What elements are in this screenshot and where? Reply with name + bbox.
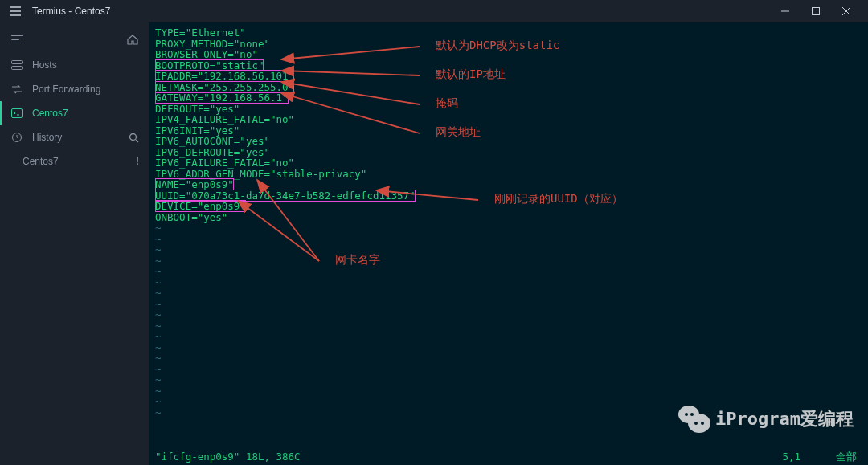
- menu-icon[interactable]: [6, 6, 24, 16]
- terminal-line: NETMASK="255.255.255.0": [155, 82, 868, 93]
- terminal-line: IPV4_FAILURE_FATAL="no": [155, 114, 868, 125]
- terminal-line: IPV6_AUTOCONF="yes": [155, 136, 868, 147]
- app-title: Termius - Centos7: [32, 6, 110, 17]
- sidebar-item-centos7[interactable]: Centos7: [0, 101, 149, 125]
- window-maximize-button[interactable]: [800, 0, 831, 22]
- terminal-empty-line: ~: [155, 222, 868, 234]
- sidebar-item-label: Centos7: [23, 156, 59, 167]
- titlebar: Termius - Centos7: [0, 0, 868, 22]
- terminal-empty-line: ~: [155, 309, 868, 320]
- terminal-empty-line: ~: [155, 244, 868, 255]
- annotation-label: 网卡名字: [335, 255, 380, 266]
- terminal-line: BOOTPROTO="static": [155, 60, 868, 71]
- status-pos: 5,1: [782, 451, 800, 463]
- terminal-empty-line: ~: [155, 353, 868, 364]
- annotation-label: 网关地址: [436, 127, 481, 138]
- sidebar-item-label: History: [32, 132, 62, 143]
- terminal-empty-line: ~: [155, 320, 868, 332]
- status-file: "ifcfg-enp0s9" 18L, 386C: [155, 451, 301, 463]
- terminal-empty-line: ~: [155, 299, 868, 310]
- wechat-icon: [677, 406, 709, 433]
- search-icon[interactable]: [129, 133, 139, 143]
- terminal[interactable]: TYPE="Ethernet"PROXY_METHOD="none"BROWSE…: [149, 22, 868, 465]
- status-mode: 全部: [825, 451, 857, 463]
- terminal-empty-line: ~: [155, 385, 868, 397]
- sidebar-top: [0, 26, 149, 53]
- svg-rect-3: [12, 109, 23, 118]
- terminal-empty-line: ~: [155, 331, 868, 342]
- terminal-empty-line: ~: [155, 374, 868, 385]
- terminal-line: ONBOOT="yes": [155, 212, 868, 223]
- terminal-empty-line: ~: [155, 255, 868, 267]
- sidebar-item-label: Centos7: [32, 108, 68, 119]
- body: Hosts Port Forwarding Centos7 History: [0, 22, 868, 465]
- terminal-line: IPV6_FAILURE_FATAL="no": [155, 157, 868, 169]
- terminal-icon: [10, 108, 24, 118]
- svg-rect-1: [12, 61, 23, 64]
- svg-point-5: [130, 133, 137, 140]
- sidebar-item-port-forwarding[interactable]: Port Forwarding: [0, 77, 149, 101]
- sidebar-item-label: Hosts: [32, 59, 57, 71]
- terminal-line: NAME="enp0s9": [155, 179, 868, 190]
- home-icon[interactable]: [126, 34, 139, 45]
- vim-statusbar: "ifcfg-enp0s9" 18L, 386C 5,1 全部: [149, 451, 868, 463]
- sidebar-collapse-icon[interactable]: [11, 35, 23, 44]
- terminal-line: IPV6_DEFROUTE="yes": [155, 147, 868, 158]
- sidebar-item-history[interactable]: History: [0, 125, 149, 149]
- terminal-empty-line: ~: [155, 266, 868, 277]
- terminal-empty-line: ~: [155, 342, 868, 353]
- sidebar: Hosts Port Forwarding Centos7 History: [0, 22, 149, 465]
- svg-rect-2: [12, 67, 23, 70]
- annotation-label: 刚刚记录的UUID（对应）: [494, 194, 623, 205]
- terminal-line: GATEWAY="192.168.56.1": [155, 92, 868, 104]
- sidebar-item-label: Port Forwarding: [32, 84, 100, 95]
- watermark: iProgram爱编程: [677, 406, 854, 433]
- annotation-label: 默认的IP地址: [436, 69, 506, 80]
- window-minimize-button[interactable]: [770, 0, 800, 22]
- sidebar-item-hosts[interactable]: Hosts: [0, 53, 149, 77]
- window-close-button[interactable]: [831, 0, 862, 22]
- sidebar-item-centos7-sub[interactable]: Centos7 !: [0, 149, 149, 173]
- terminal-line: IPV6INIT="yes": [155, 125, 868, 137]
- terminal-line: DEFROUTE="yes": [155, 104, 868, 115]
- terminal-line: TYPE="Ethernet": [155, 27, 868, 39]
- terminal-line: IPADDR="192.168.56.101": [155, 71, 868, 82]
- terminal-empty-line: ~: [155, 234, 868, 245]
- annotation-label: 默认为DHCP改为static: [436, 40, 559, 51]
- history-icon: [10, 132, 24, 143]
- terminal-empty-line: ~: [155, 277, 868, 288]
- hosts-icon: [10, 60, 24, 70]
- terminal-line: IPV6_ADDR_GEN_MODE="stable-privacy": [155, 169, 868, 180]
- watermark-text: iProgram爱编程: [715, 414, 854, 425]
- alert-icon: !: [136, 156, 139, 167]
- port-forwarding-icon: [10, 84, 24, 94]
- annotation-label: 掩码: [436, 98, 458, 109]
- terminal-empty-line: ~: [155, 364, 868, 375]
- terminal-empty-line: ~: [155, 288, 868, 299]
- svg-rect-0: [813, 8, 820, 15]
